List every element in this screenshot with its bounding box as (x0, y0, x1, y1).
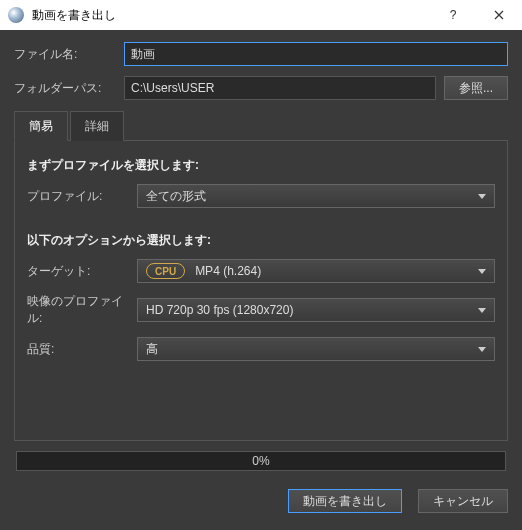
section1-heading: まずプロファイルを選択します: (27, 157, 495, 174)
filename-input[interactable] (124, 42, 508, 66)
browse-button[interactable]: 参照... (444, 76, 508, 100)
progress-text: 0% (252, 454, 269, 468)
vprofile-value: HD 720p 30 fps (1280x720) (146, 303, 293, 317)
simple-panel: まずプロファイルを選択します: プロファイル: 全ての形式 以下のオプションから… (14, 141, 508, 441)
vprofile-label: 映像のプロファイル: (27, 293, 137, 327)
chevron-down-icon (478, 347, 486, 352)
section2-heading: 以下のオプションから選択します: (27, 232, 495, 249)
quality-value: 高 (146, 341, 158, 358)
video-profile-combo[interactable]: HD 720p 30 fps (1280x720) (137, 298, 495, 322)
help-button[interactable]: ? (430, 0, 476, 30)
chevron-down-icon (478, 308, 486, 313)
profile-combo[interactable]: 全ての形式 (137, 184, 495, 208)
target-combo[interactable]: CPU MP4 (h.264) (137, 259, 495, 283)
tab-detail[interactable]: 詳細 (70, 111, 124, 141)
app-icon (8, 7, 24, 23)
tabs: 簡易 詳細 (14, 110, 508, 141)
filename-label: ファイル名: (14, 46, 124, 63)
chevron-down-icon (478, 194, 486, 199)
target-label: ターゲット: (27, 263, 137, 280)
footer: 動画を書き出し キャンセル (0, 479, 522, 525)
titlebar: 動画を書き出し ? (0, 0, 522, 30)
close-icon (494, 10, 504, 20)
folder-input[interactable] (124, 76, 436, 100)
quality-label: 品質: (27, 341, 137, 358)
progress-bar: 0% (16, 451, 506, 471)
close-button[interactable] (476, 0, 522, 30)
cpu-badge: CPU (146, 263, 185, 279)
chevron-down-icon (478, 269, 486, 274)
quality-combo[interactable]: 高 (137, 337, 495, 361)
tab-simple[interactable]: 簡易 (14, 111, 68, 141)
folder-label: フォルダーパス: (14, 80, 124, 97)
cancel-button[interactable]: キャンセル (418, 489, 508, 513)
profile-label: プロファイル: (27, 188, 137, 205)
profile-value: 全ての形式 (146, 188, 206, 205)
window-title: 動画を書き出し (32, 7, 430, 24)
export-button[interactable]: 動画を書き出し (288, 489, 402, 513)
target-value: MP4 (h.264) (195, 264, 261, 278)
